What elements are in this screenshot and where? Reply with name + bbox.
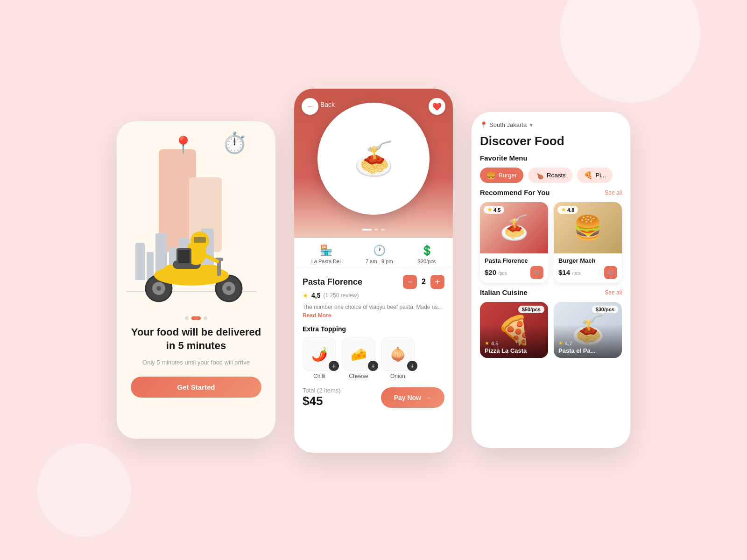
recommend-title: Recommend For You [480, 189, 550, 196]
food-card-pasta[interactable]: 🍝 ★ 4.5 Pasta Florence $20 /pcs 🛒 [480, 202, 548, 283]
price-info-item: 💲 $20/pcs [418, 245, 436, 264]
get-started-button[interactable]: Get Started [131, 377, 261, 398]
favorite-button[interactable]: ❤️ [429, 98, 445, 115]
pasta-card-body: Pasta Florence $20 /pcs 🛒 [480, 253, 548, 283]
hero-dot-3 [381, 229, 385, 231]
burger-card-name: Burger Mach [558, 257, 617, 264]
italian-title: Italian Cuisine [480, 288, 528, 296]
recommend-section-header: Recommend For You See all [480, 189, 622, 196]
quantity-control: − 2 + [403, 275, 444, 289]
pasta2-rating: ★ 4.7 [558, 340, 596, 346]
topping-onion: 🧅 Onion + [381, 337, 415, 379]
chilli-add-button[interactable]: + [329, 361, 339, 371]
phone-discover: 📍 South Jakarta ▼ Discover Food Favorite… [472, 112, 630, 448]
price-icon: 💲 [421, 245, 433, 257]
pizza-label: Pi... [596, 172, 606, 179]
dot-2 [191, 316, 201, 320]
pizza-rating: ★ 4.5 [485, 340, 527, 346]
pasta-price-value: $20 [485, 268, 496, 276]
pasta-star-icon: ★ [487, 207, 492, 213]
store-icon: 🏪 [320, 245, 332, 257]
pizza-info: ★ 4.5 Pizza La Casta [480, 336, 531, 358]
burger-rating-val: 4.8 [567, 207, 574, 213]
store-info-item: 🏪 La Pasta Del [311, 245, 341, 264]
see-all-recommend-button[interactable]: See all [605, 189, 622, 196]
read-more-button[interactable]: Read More [303, 312, 331, 319]
svg-rect-14 [194, 237, 206, 243]
quantity-decrease-button[interactable]: − [403, 275, 417, 289]
roasts-label: Roasts [547, 172, 565, 179]
pizza-price: $50/pcs [518, 306, 544, 313]
location-pin-icon: 📍 [173, 135, 194, 155]
pasta2-name: Pasta el Pa... [558, 347, 596, 354]
illustration-area: 📍 ⏱️ [117, 121, 275, 308]
burger-food-icon: 🍔 [573, 214, 602, 241]
arrow-right-icon: → [425, 394, 431, 401]
burger-price-value: $14 [558, 268, 570, 276]
pasta2-price: $30/pcs [592, 306, 618, 313]
stopwatch-icon: ⏱️ [222, 131, 247, 155]
food-card-burger[interactable]: 🍔 ★ 4.8 Burger Mach $14 /pcs 🛒 [554, 202, 622, 283]
pasta-card-image: 🍝 ★ 4.5 [480, 202, 548, 253]
cheese-add-button[interactable]: + [368, 361, 378, 371]
back-button[interactable]: ← [302, 98, 318, 115]
pasta-price: $20 /pcs [485, 268, 507, 277]
topping-chilli: 🌶️ Chilli + [303, 337, 336, 379]
pay-now-label: Pay Now [394, 394, 421, 401]
extra-topping-title: Extra Topping [303, 325, 444, 333]
toppings-list: 🌶️ Chilli + 🧀 Cheese + 🧅 Onion + [303, 337, 444, 379]
italian-card-pizza[interactable]: 🍕 $50/pcs ★ 4.5 Pizza La Casta [480, 302, 548, 358]
category-pills: 🍔 Burger 🍗 Roasts 🍕 Pi... [480, 168, 622, 183]
pay-now-button[interactable]: Pay Now → [381, 387, 444, 408]
category-burger[interactable]: 🍔 Burger [480, 168, 523, 183]
category-pizza[interactable]: 🍕 Pi... [577, 168, 613, 183]
pasta-add-cart-button[interactable]: 🛒 [530, 266, 543, 279]
burger-add-cart-button[interactable]: 🛒 [604, 266, 617, 279]
product-body: Pasta Florence − 2 + ★ 4,5 (1,250 review… [294, 268, 453, 453]
pasta2-info: ★ 4.7 Pasta el Pa... [554, 336, 600, 358]
clock-icon: 🕐 [373, 245, 386, 257]
italian-cards-list: 🍕 $50/pcs ★ 4.5 Pizza La Casta 🍝 $30/pcs… [480, 302, 622, 358]
topping-cheese: 🧀 Cheese + [342, 337, 375, 379]
onion-label: Onion [390, 373, 405, 379]
store-label: La Pasta Del [311, 259, 341, 264]
pasta2-rating-val: 4.7 [565, 341, 572, 346]
svg-rect-17 [178, 250, 190, 263]
favorite-menu-label: Favorite Menu [480, 154, 622, 162]
burger-price-unit: /pcs [572, 271, 580, 276]
hours-label: 7 am - 9 pm [366, 259, 393, 264]
onion-add-button[interactable]: + [407, 361, 417, 371]
italian-section-header: Italian Cuisine See all [480, 288, 622, 296]
product-hero: 🍝 ← Back ❤️ [294, 89, 453, 238]
hero-page-dots [362, 229, 385, 231]
category-roasts[interactable]: 🍗 Roasts [528, 168, 572, 183]
burger-rating-badge: ★ 4.8 [557, 206, 578, 214]
chilli-emoji-icon: 🌶️ [311, 347, 328, 362]
hero-dot-2 [374, 229, 378, 231]
pasta-emoji-icon: 🍝 [353, 140, 394, 178]
cheese-label: Cheese [349, 373, 368, 379]
chevron-down-icon: ▼ [529, 122, 534, 128]
back-label: Back [320, 101, 335, 108]
pasta-food-icon: 🍝 [500, 214, 529, 241]
page-dots [185, 316, 207, 320]
cheese-emoji-icon: 🧀 [351, 347, 367, 362]
burger-price-row: $14 /pcs 🛒 [558, 266, 617, 279]
burger-label: Burger [499, 172, 517, 179]
food-cards-list: 🍝 ★ 4.5 Pasta Florence $20 /pcs 🛒 [480, 202, 622, 283]
rating-value: 4,5 [311, 292, 320, 299]
onion-emoji-icon: 🧅 [390, 347, 406, 362]
product-name: Pasta Florence [303, 277, 362, 287]
product-description: The number one choice of wagyu beef past… [303, 303, 444, 320]
burger-star-icon: ★ [561, 207, 566, 213]
quantity-increase-button[interactable]: + [430, 275, 444, 289]
total-row: Total (2 items) $45 Pay Now → [303, 387, 444, 408]
pizza-star-icon: ★ [485, 340, 489, 346]
phone-onboarding: 📍 ⏱️ [117, 121, 275, 439]
pizza-icon: 🍕 [584, 171, 593, 180]
review-count: (1,250 review) [323, 292, 359, 299]
pasta-price-row: $20 /pcs 🛒 [485, 266, 543, 279]
svg-line-15 [204, 255, 217, 261]
see-all-italian-button[interactable]: See all [605, 289, 622, 296]
italian-card-pasta[interactable]: 🍝 $30/pcs ★ 4.7 Pasta el Pa... [554, 302, 622, 358]
